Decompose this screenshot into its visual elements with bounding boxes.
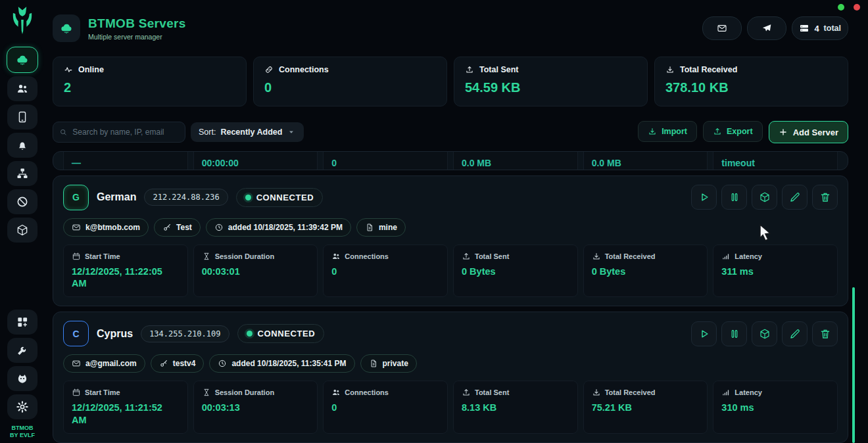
window-dot-green[interactable] (838, 4, 844, 11)
delete-button[interactable] (812, 321, 838, 346)
tile-label-text: Total Sent (475, 252, 509, 260)
builder-button[interactable] (752, 321, 777, 346)
edit-button[interactable] (782, 321, 808, 346)
activity-icon (64, 65, 73, 74)
tools-icon (16, 344, 29, 357)
tile-label-text: Session Duration (215, 388, 274, 396)
server-ip-chip: 212.224.88.236 (144, 189, 228, 206)
calendar-icon (72, 388, 81, 397)
search-icon (59, 128, 67, 137)
tile-label-text: Total Sent (475, 388, 509, 396)
tag-label: a@gmail.com (85, 359, 137, 368)
pencil-icon (789, 328, 801, 340)
trash-icon (819, 191, 831, 203)
sidebar-item-blocked[interactable] (7, 189, 37, 214)
mail-button[interactable] (702, 16, 742, 40)
tag-label: added 10/18/2025, 11:35:41 PM (231, 359, 346, 368)
signal-icon (721, 388, 731, 397)
stat-value: 378.10 KB (665, 80, 837, 95)
sidebar-footer: BTMOB BY EVLF (10, 425, 35, 439)
stat-card-total-sent: Total Sent 54.59 KB (454, 57, 648, 106)
total-servers-badge[interactable]: 4 total (792, 16, 848, 40)
search-input[interactable] (71, 127, 179, 137)
stat-tile-connections: Connections 0 (323, 381, 448, 434)
window-dot-red[interactable] (854, 4, 860, 11)
stat-card-total-received: Total Received 378.10 KB (654, 57, 848, 106)
play-button[interactable] (691, 321, 717, 346)
servers-stack-icon (799, 23, 809, 34)
sidebar: BTMOB BY EVLF (0, 0, 45, 443)
sidebar-item-apps[interactable] (7, 310, 37, 335)
import-download-icon (648, 127, 657, 136)
users-icon (16, 82, 29, 95)
tile-label-text: Latency (735, 252, 762, 260)
tile-value-text: 0 (331, 266, 439, 278)
sidebar-item-users[interactable] (7, 76, 37, 101)
status-badge: CONNECTED (236, 188, 324, 207)
export-button[interactable]: Export (703, 121, 763, 142)
partial-stat-value: 0.0 MB (583, 151, 708, 170)
sort-dropdown[interactable]: Sort: Recently Added (191, 122, 304, 142)
window-controls (838, 4, 860, 11)
tag-label: Test (176, 223, 192, 232)
sidebar-item-package[interactable] (7, 218, 37, 243)
upload-icon (462, 388, 471, 397)
status-dot (245, 195, 251, 200)
network-icon (16, 167, 29, 180)
add-server-button[interactable]: Add Server (769, 121, 848, 143)
stat-value: 2 (64, 80, 235, 95)
page-subtitle: Multiple server manager (88, 33, 186, 41)
pause-button[interactable] (721, 321, 747, 346)
btmob-logo-icon (7, 5, 37, 39)
hourglass-icon (202, 388, 211, 397)
stat-tile-total-sent: Total Sent 0 Bytes (453, 245, 578, 298)
added-tag: added 10/18/2025, 11:39:42 PM (206, 218, 351, 237)
clock-icon (214, 223, 224, 232)
tile-label-text: Total Received (605, 388, 656, 396)
stat-tile-session-duration: Session Duration 00:03:01 (193, 245, 318, 298)
stat-tile-start-time: Start Time 12/12/2025, 11:22:05 AM (63, 245, 188, 298)
sidebar-item-stealth[interactable] (7, 366, 37, 391)
link-icon (264, 65, 274, 74)
delete-button[interactable] (812, 185, 838, 210)
download-icon (665, 65, 675, 74)
tile-label-text: Connections (345, 388, 389, 396)
sidebar-item-devices[interactable] (7, 105, 37, 129)
scrollbar-thumb[interactable] (852, 287, 855, 443)
server-card-cyprus: C Cyprus 134.255.210.109 CONNECTED (53, 312, 848, 443)
play-button[interactable] (691, 185, 717, 210)
partial-stat-value: 0 (323, 151, 448, 170)
stat-tile-connections: Connections 0 (323, 245, 448, 298)
hourglass-icon (202, 252, 211, 261)
stat-tile-total-sent: Total Sent 8.13 KB (453, 381, 578, 434)
pause-icon (729, 328, 740, 340)
toolbar-right: Import Export Add Server (638, 121, 848, 143)
ban-icon (16, 195, 29, 208)
stat-value: 54.59 KB (465, 80, 637, 95)
key-icon (162, 223, 172, 232)
sidebar-item-network[interactable] (7, 161, 37, 186)
tile-value-text: 00:03:01 (202, 266, 310, 278)
pause-button[interactable] (721, 185, 747, 210)
telegram-button[interactable] (747, 16, 786, 40)
tile-value-text: 310 ms (721, 402, 829, 414)
sidebar-item-tools[interactable] (7, 338, 37, 363)
plus-icon (779, 128, 788, 137)
sidebar-item-notifications[interactable] (7, 133, 37, 158)
server-ip-chip: 134.255.210.109 (141, 325, 229, 342)
server-stats: Start Time 12/12/2025, 11:21:52 AM Sessi… (63, 381, 838, 434)
search-box[interactable] (53, 122, 185, 143)
import-button[interactable]: Import (638, 121, 697, 142)
edit-button[interactable] (782, 185, 808, 210)
sidebar-item-servers[interactable] (7, 47, 38, 73)
export-upload-icon (713, 127, 722, 136)
builder-button[interactable] (752, 185, 777, 210)
server-card-partial: — 00:00:00 0 0.0 MB 0.0 MB timeout (53, 151, 848, 170)
server-actions (691, 185, 838, 210)
sidebar-item-settings[interactable] (7, 394, 37, 419)
tag-label: k@btmob.com (85, 223, 140, 232)
partial-stat-value: 00:00:00 (193, 151, 318, 170)
servers-cloud-icon (16, 53, 29, 66)
mail-icon (72, 223, 81, 232)
stat-tile-total-received: Total Received 75.21 KB (583, 381, 708, 434)
